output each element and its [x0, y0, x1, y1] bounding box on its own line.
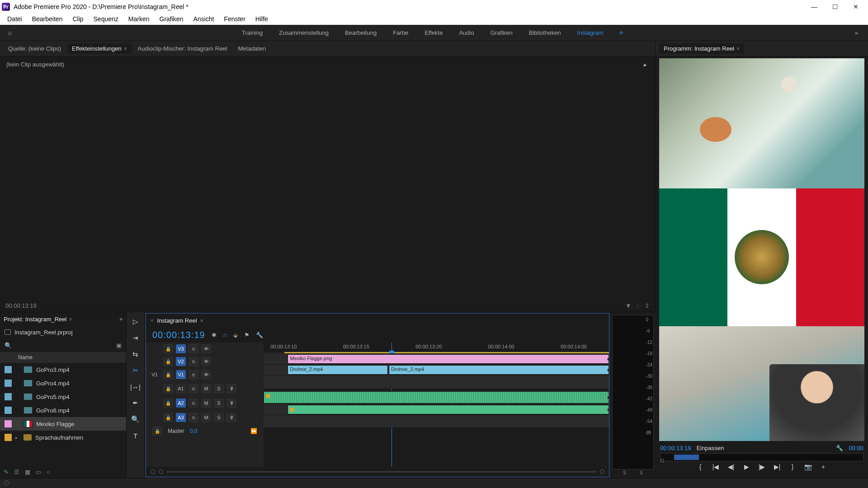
- workspace-tab[interactable]: Training: [235, 27, 270, 39]
- add-marker-icon[interactable]: +: [819, 463, 828, 470]
- razor-tool-icon[interactable]: ✂: [130, 365, 142, 376]
- voiceover-icon[interactable]: 🎙: [226, 384, 236, 393]
- project-item[interactable]: GoPro6.mp4: [0, 404, 126, 417]
- mark-out-icon[interactable]: }: [788, 463, 797, 470]
- step-back-icon[interactable]: ◀|: [726, 463, 736, 470]
- workspace-tab[interactable]: Bearbeitung: [338, 27, 384, 39]
- project-item[interactable]: GoPro4.mp4: [0, 376, 126, 390]
- step-fwd-icon[interactable]: |▶: [757, 463, 766, 470]
- workspace-tab-active[interactable]: Instagram: [570, 27, 611, 39]
- settings-icon[interactable]: ⚑: [244, 332, 250, 338]
- timeline-clip[interactable]: [288, 405, 609, 414]
- workspace-overflow-icon[interactable]: »: [849, 29, 863, 36]
- tab-source[interactable]: Quelle: (keine Clips): [4, 43, 66, 54]
- lock-icon[interactable]: [163, 344, 173, 353]
- search-icon[interactable]: 🔍: [5, 342, 12, 349]
- lock-icon[interactable]: [163, 370, 173, 379]
- panel-expand-icon[interactable]: »: [119, 316, 123, 322]
- sync-lock-icon[interactable]: ⎋: [189, 370, 198, 379]
- mute-icon[interactable]: M: [201, 399, 211, 408]
- track-target-a3[interactable]: A3: [176, 413, 186, 422]
- pen-tool-icon[interactable]: ✒: [130, 397, 142, 409]
- timeline-track-area[interactable]: 00:00:13:10 00:00:13:15 00:00:13:20 00:0…: [264, 343, 609, 467]
- wrench-icon[interactable]: 🔧: [256, 332, 263, 338]
- track-header-v3[interactable]: V3 ⎋ 👁: [146, 343, 264, 355]
- go-to-in-icon[interactable]: |◀: [711, 463, 720, 470]
- tab-metadata[interactable]: Metadaten: [233, 43, 270, 54]
- sequence-title[interactable]: Instagram Reel: [157, 317, 197, 324]
- track-visibility-icon[interactable]: 👁: [201, 370, 211, 379]
- track-v2[interactable]: Drohne_2.mp4Drohne_2.mp4: [264, 364, 609, 375]
- sync-lock-icon[interactable]: ⎋: [189, 344, 198, 353]
- panel-menu-icon[interactable]: ≡: [124, 46, 127, 51]
- program-viewport[interactable]: [659, 58, 864, 441]
- mark-in-icon[interactable]: {: [696, 463, 705, 470]
- icon-view-icon[interactable]: ▦: [25, 469, 30, 475]
- track-target-v2[interactable]: V2: [176, 357, 186, 366]
- workspace-tab[interactable]: Audio: [452, 27, 481, 39]
- menu-clip[interactable]: Clip: [68, 14, 88, 23]
- timeline-close-icon[interactable]: ×: [151, 318, 153, 323]
- solo-icon[interactable]: S: [214, 413, 224, 422]
- timeline-ruler[interactable]: 00:00:13:10 00:00:13:15 00:00:13:20 00:0…: [264, 343, 609, 353]
- pencil-icon[interactable]: ✎: [4, 469, 9, 475]
- program-scrub-bar[interactable]: [660, 453, 863, 461]
- track-visibility-icon[interactable]: 👁: [201, 357, 211, 366]
- lock-icon[interactable]: [163, 399, 173, 408]
- tab-program[interactable]: Programm: Instagram Reel≡: [659, 43, 744, 54]
- track-target-a1[interactable]: A1: [176, 384, 186, 393]
- tab-audioclip-mixer[interactable]: Audioclip-Mischer: Instagram Reel: [133, 43, 232, 54]
- menu-edit[interactable]: Bearbeiten: [28, 14, 67, 23]
- export-frame-icon[interactable]: ⇪: [645, 302, 650, 309]
- voiceover-icon[interactable]: 🎙: [226, 399, 236, 408]
- workspace-tab[interactable]: Effekte: [417, 27, 450, 39]
- track-header-a2[interactable]: A2 ⎋ M S 🎙: [146, 396, 264, 410]
- workspace-tab[interactable]: Bibliotheken: [522, 27, 568, 39]
- panel-menu-icon[interactable]: ≡: [201, 318, 203, 323]
- menu-file[interactable]: Datei: [3, 14, 27, 23]
- track-header-a3[interactable]: A3 ⎋ M S 🎙: [146, 410, 264, 425]
- freeform-view-icon[interactable]: ▭: [36, 469, 41, 475]
- hand-tool-icon[interactable]: 🔍: [130, 413, 142, 425]
- export-frame-icon[interactable]: 📷: [803, 463, 812, 470]
- track-select-tool-icon[interactable]: ⇥: [130, 332, 142, 344]
- slip-tool-icon[interactable]: |↔|: [130, 381, 142, 393]
- workspace-tab[interactable]: Grafiken: [483, 27, 520, 39]
- track-header-v1[interactable]: V1 V1 ⎋ 👁: [146, 368, 264, 381]
- ripple-tool-icon[interactable]: ⇆: [130, 348, 142, 360]
- new-item-icon[interactable]: ▣: [116, 342, 122, 349]
- track-v1[interactable]: [264, 375, 609, 389]
- sync-lock-icon[interactable]: ⎋: [189, 399, 198, 408]
- solo-indicator[interactable]: S: [623, 470, 626, 475]
- track-header-a1[interactable]: A1 ⎋ M S 🎙: [146, 381, 264, 396]
- timeline-clip[interactable]: [264, 391, 609, 404]
- track-header-v2[interactable]: V2 ⎋ 👁: [146, 355, 264, 368]
- voiceover-icon[interactable]: 🎙: [226, 413, 236, 422]
- zoom-slider-icon[interactable]: ○: [47, 469, 50, 475]
- project-item[interactable]: Mexiko Flagge: [0, 417, 126, 431]
- track-a3[interactable]: [264, 415, 609, 427]
- menu-sequence[interactable]: Sequenz: [89, 14, 123, 23]
- selection-tool-icon[interactable]: ▷: [130, 316, 142, 328]
- timeline-zoom-scroll[interactable]: [146, 467, 609, 477]
- mute-icon[interactable]: M: [201, 384, 211, 393]
- master-value[interactable]: 0,0: [190, 428, 198, 434]
- track-target-v1[interactable]: V1: [176, 370, 186, 379]
- marker-icon[interactable]: ⬙: [233, 332, 238, 338]
- track-target-v3[interactable]: V3: [176, 344, 186, 353]
- menu-markers[interactable]: Marken: [124, 14, 154, 23]
- sync-lock-icon[interactable]: ⎋: [189, 384, 198, 393]
- panel-menu-icon[interactable]: ≡: [69, 317, 72, 322]
- track-a2[interactable]: [264, 404, 609, 415]
- window-maximize-button[interactable]: ☐: [825, 0, 845, 13]
- lock-icon[interactable]: [163, 413, 173, 422]
- solo-icon[interactable]: S: [214, 399, 224, 408]
- timeline-clip[interactable]: Mexiko Flagge.png: [288, 354, 609, 364]
- step-icon[interactable]: ▷: [637, 302, 641, 309]
- play-icon[interactable]: ▶: [742, 463, 751, 470]
- track-target-a2[interactable]: A2: [176, 399, 186, 408]
- panel-menu-icon[interactable]: ≡: [737, 46, 740, 51]
- workspace-tab[interactable]: Farbe: [386, 27, 415, 39]
- project-item[interactable]: ▸Sprachaufnahmen: [0, 431, 126, 444]
- window-minimize-button[interactable]: —: [804, 0, 825, 13]
